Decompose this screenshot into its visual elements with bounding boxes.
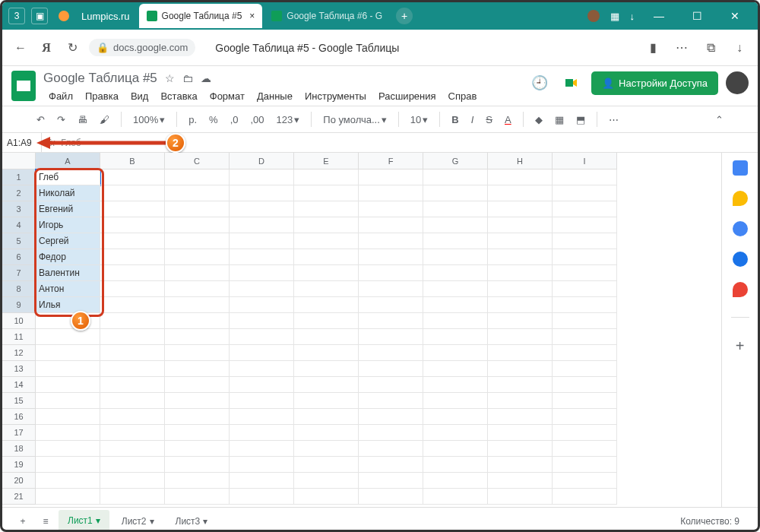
cell[interactable] — [230, 489, 294, 505]
cell[interactable] — [553, 329, 617, 345]
cell[interactable] — [359, 489, 423, 505]
browser-tab-1[interactable]: Google Таблица #5 × — [139, 4, 263, 28]
cell[interactable] — [165, 185, 230, 201]
cell[interactable] — [423, 409, 488, 425]
cell[interactable] — [488, 441, 553, 457]
cell[interactable] — [100, 489, 165, 505]
more-formats-button[interactable]: 123▾ — [273, 112, 304, 127]
cell[interactable] — [165, 441, 230, 457]
cell[interactable] — [294, 313, 359, 329]
row-header[interactable]: 13 — [2, 361, 36, 377]
row-header[interactable]: 20 — [2, 473, 36, 489]
move-icon[interactable]: 🗀 — [182, 72, 193, 84]
cell[interactable] — [359, 201, 423, 217]
selection-count[interactable]: Количество: 9 — [680, 516, 747, 527]
browser-tab-2[interactable]: Google Таблица #6 - G — [264, 4, 390, 28]
undo-button[interactable]: ↶ — [33, 112, 49, 127]
menu-insert[interactable]: Вставка — [155, 88, 202, 104]
cell[interactable] — [36, 393, 100, 409]
zoom-select[interactable]: 100% ▾ — [129, 112, 169, 127]
cloud-icon[interactable]: ☁ — [201, 72, 211, 84]
back-button[interactable]: ← — [11, 39, 30, 57]
cell[interactable] — [423, 201, 488, 217]
cell[interactable] — [165, 217, 230, 233]
cell[interactable] — [294, 377, 359, 393]
redo-button[interactable]: ↷ — [53, 112, 69, 127]
cell[interactable] — [230, 377, 294, 393]
cell[interactable] — [359, 297, 423, 313]
cell[interactable] — [230, 361, 294, 377]
row-header[interactable]: 17 — [2, 425, 36, 441]
cell[interactable]: Игорь — [36, 217, 100, 233]
cell[interactable] — [488, 169, 553, 185]
cell[interactable] — [294, 425, 359, 441]
site-label[interactable]: Lumpics.ru — [81, 11, 130, 22]
merge-button[interactable]: ⬒ — [572, 112, 589, 127]
cell[interactable] — [423, 457, 488, 473]
cell[interactable] — [423, 217, 488, 233]
cell[interactable] — [36, 489, 100, 505]
cell[interactable] — [359, 185, 423, 201]
cell[interactable] — [36, 457, 100, 473]
formula-value[interactable]: Глеб — [61, 138, 81, 148]
cell[interactable] — [423, 425, 488, 441]
cell[interactable] — [36, 361, 100, 377]
cell[interactable] — [294, 345, 359, 361]
borders-button[interactable]: ▦ — [551, 112, 568, 127]
cell[interactable] — [100, 361, 165, 377]
cell[interactable] — [100, 377, 165, 393]
row-header[interactable]: 12 — [2, 345, 36, 361]
ya-button[interactable]: Я — [37, 39, 55, 57]
cell[interactable] — [36, 409, 100, 425]
cell[interactable] — [36, 377, 100, 393]
increase-decimal-button[interactable]: ,00 — [247, 112, 268, 127]
text-color-button[interactable]: A — [501, 112, 515, 127]
cell[interactable] — [553, 473, 617, 489]
column-header[interactable]: B — [100, 153, 165, 169]
window-close[interactable]: ✕ — [721, 2, 749, 30]
more-icon[interactable]: ⋯ — [673, 39, 691, 57]
row-header[interactable]: 9 — [2, 297, 36, 313]
cell[interactable] — [359, 457, 423, 473]
sheet-tab-2[interactable]: Лист2 ▾ — [112, 511, 163, 532]
collections-icon[interactable]: ⧉ — [701, 39, 720, 57]
collapse-toolbar-button[interactable]: ⌃ — [711, 112, 727, 127]
percent-button[interactable]: % — [205, 112, 222, 127]
cell[interactable] — [488, 329, 553, 345]
cell[interactable] — [488, 393, 553, 409]
strike-button[interactable]: S — [482, 112, 496, 127]
cell[interactable] — [100, 393, 165, 409]
cell[interactable] — [294, 441, 359, 457]
cell[interactable] — [230, 473, 294, 489]
cell[interactable] — [294, 457, 359, 473]
cell[interactable] — [165, 489, 230, 505]
cell[interactable] — [553, 361, 617, 377]
cell[interactable] — [230, 313, 294, 329]
user-avatar[interactable] — [726, 71, 749, 94]
cell[interactable] — [100, 281, 165, 297]
cell[interactable] — [488, 377, 553, 393]
cell[interactable] — [423, 249, 488, 265]
cell[interactable] — [36, 473, 100, 489]
cell[interactable] — [423, 473, 488, 489]
menu-tools[interactable]: Инструменты — [299, 88, 372, 104]
cell[interactable] — [359, 313, 423, 329]
cell[interactable] — [423, 281, 488, 297]
cell[interactable]: Илья — [36, 297, 100, 313]
cell[interactable] — [100, 297, 165, 313]
row-header[interactable]: 21 — [2, 489, 36, 505]
cell[interactable] — [165, 249, 230, 265]
menu-file[interactable]: Файл — [43, 88, 78, 104]
row-header[interactable]: 1 — [2, 169, 36, 185]
cell[interactable] — [488, 233, 553, 249]
row-header[interactable]: 11 — [2, 329, 36, 345]
paint-format-button[interactable]: 🖌 — [96, 112, 113, 127]
cell[interactable] — [488, 185, 553, 201]
document-title[interactable]: Google Таблица #5 — [43, 71, 157, 86]
spreadsheet-grid[interactable]: ABCDEFGHI 1Глеб2Николай3Евгений4Игорь5Се… — [2, 153, 721, 507]
cell[interactable] — [165, 329, 230, 345]
fill-color-button[interactable]: ◆ — [531, 112, 546, 127]
cell[interactable] — [100, 441, 165, 457]
column-header[interactable]: E — [294, 153, 359, 169]
cell[interactable] — [553, 185, 617, 201]
